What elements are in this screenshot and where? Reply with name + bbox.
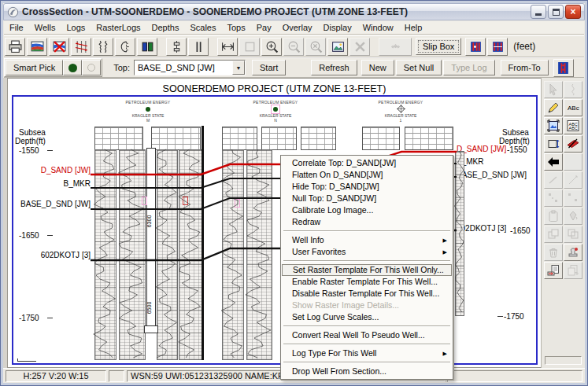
raster-log-strip[interactable] bbox=[222, 149, 244, 360]
menu-separator bbox=[283, 260, 450, 262]
context-menu-item-null-top-d-sand-jw[interactable]: Null Top: D_SAND[JW] bbox=[282, 193, 452, 204]
raster-log-strip[interactable] bbox=[246, 149, 272, 360]
black-arrow-tool-button[interactable] bbox=[544, 153, 563, 171]
log-header-card[interactable] bbox=[94, 127, 143, 150]
raster-log-strip[interactable] bbox=[455, 151, 464, 316]
top-label-base-d-snd-left[interactable]: BASE_D_SND [JW] bbox=[12, 200, 91, 208]
log-header-card[interactable] bbox=[362, 127, 400, 150]
text-abc-tool-button[interactable]: ABc bbox=[564, 99, 582, 116]
menu-file[interactable]: File bbox=[4, 22, 29, 33]
context-menu-item-convert-real-well-to-pseudo-well[interactable]: Convert Real Well To Pseudo Well... bbox=[282, 329, 452, 341]
datum-arc-button[interactable] bbox=[115, 38, 135, 56]
zoom-in-button[interactable] bbox=[261, 38, 282, 56]
menu-help[interactable]: Help bbox=[399, 22, 428, 33]
raster-red-button[interactable] bbox=[465, 38, 486, 56]
wells-strip-icon bbox=[557, 61, 570, 75]
menu-display[interactable]: Display bbox=[318, 22, 357, 33]
pick-active-button[interactable] bbox=[63, 60, 82, 75]
export-tool-button[interactable] bbox=[544, 262, 563, 279]
context-menu-item-drop-well-from-section[interactable]: Drop Well From Section... bbox=[282, 366, 452, 377]
menu-tops[interactable]: Tops bbox=[221, 22, 250, 33]
tops-correlation-button[interactable] bbox=[71, 38, 91, 56]
annotation-box bbox=[235, 199, 240, 208]
cross-section-canvas[interactable]: SOONERDEMO PROJECT (UTM ZONE 13-FEET) Su… bbox=[7, 78, 542, 368]
menu-item-label: Drop Well From Section... bbox=[292, 366, 386, 376]
log-header-card[interactable] bbox=[301, 127, 336, 150]
context-menu-item-user-favorites[interactable]: User Favorites▶ bbox=[282, 246, 452, 258]
pencil-tool-button[interactable] bbox=[544, 99, 563, 116]
context-menu-item-flatten-on-d-sand-jw[interactable]: Flatten On D_SAND[JW] bbox=[282, 169, 452, 181]
black-arrow-icon bbox=[547, 156, 560, 168]
log-header-card[interactable] bbox=[222, 127, 257, 150]
log-header-card[interactable] bbox=[151, 127, 201, 150]
line-a-icon bbox=[547, 174, 560, 186]
fit-width-button[interactable] bbox=[217, 38, 238, 56]
smart-pick-button[interactable]: Smart Pick bbox=[6, 60, 63, 75]
depth-slider-icon bbox=[170, 40, 183, 53]
context-menu-item-redraw[interactable]: Redraw bbox=[282, 216, 452, 228]
context-menu-item-calibrate-log-image[interactable]: Calibrate Log Image... bbox=[282, 204, 452, 216]
context-menu-item-set-raster-template-for-this-well-only[interactable]: Set Raster Template For This Well Only..… bbox=[282, 264, 452, 276]
context-menu-item-well-info[interactable]: Well Info▶ bbox=[282, 234, 452, 246]
top-combobox[interactable]: BASE_D_SND [JW] ▼ bbox=[134, 60, 246, 75]
points-a-icon bbox=[547, 192, 560, 204]
raster-log-strip[interactable] bbox=[94, 149, 116, 360]
print-button[interactable] bbox=[5, 38, 25, 56]
vertical-lines-button[interactable] bbox=[188, 38, 209, 56]
section-remove-button[interactable] bbox=[49, 38, 69, 56]
raster-log-strip[interactable] bbox=[119, 149, 146, 360]
raster-log-strip[interactable] bbox=[179, 149, 202, 360]
set-null-button[interactable]: Set Null bbox=[396, 60, 442, 75]
menu-overlay[interactable]: Overlay bbox=[277, 22, 318, 33]
close-button[interactable]: × bbox=[565, 5, 581, 19]
red-flag-tool-button[interactable] bbox=[564, 135, 582, 153]
well-header-2[interactable]: PETROLEUM ENERGY KRAGLER STATE N bbox=[236, 100, 315, 123]
image-button[interactable] bbox=[327, 38, 348, 56]
menu-rasterlogs[interactable]: RasterLogs bbox=[91, 22, 146, 33]
tick-mark bbox=[47, 150, 53, 151]
menu-window[interactable]: Window bbox=[357, 22, 399, 33]
raster-log-strip[interactable] bbox=[157, 149, 178, 360]
columns-button[interactable] bbox=[137, 38, 157, 56]
menu-pay[interactable]: Pay bbox=[251, 22, 277, 33]
stamp-tool-button[interactable] bbox=[564, 244, 582, 261]
log-header-card[interactable] bbox=[261, 127, 297, 150]
start-button[interactable]: Start bbox=[252, 60, 286, 75]
menu-wells[interactable]: Wells bbox=[29, 22, 61, 33]
context-menu-item-disable-raster-template-for-this-well[interactable]: Disable Raster Template For This Well... bbox=[282, 288, 452, 300]
log-curves-icon bbox=[97, 40, 110, 53]
context-menu-item-enable-raster-template-for-this-well[interactable]: Enable Raster Template For This Well... bbox=[282, 276, 452, 288]
slip-box-button[interactable]: Slip Box bbox=[416, 38, 461, 55]
minimize-button[interactable] bbox=[531, 5, 546, 19]
maximize-button[interactable] bbox=[548, 5, 564, 19]
top-label-b-mkr-left[interactable]: B_MKR bbox=[12, 179, 91, 188]
well-header-1[interactable]: PETROLEUM ENERGY KRAGLER STATE M bbox=[109, 100, 187, 123]
text-block-tool-button[interactable]: ABCABC bbox=[564, 117, 582, 134]
context-menu-item-set-log-curve-scales[interactable]: Set Log Curve Scales... bbox=[282, 311, 452, 323]
smart-pick-group: Smart Pick bbox=[4, 58, 102, 77]
depth-slider-button[interactable] bbox=[166, 38, 187, 56]
menu-logs[interactable]: Logs bbox=[61, 22, 91, 33]
top-label-602dkotj-left[interactable]: 602DKOTJ [3] bbox=[12, 251, 91, 259]
image-tool-tool-button[interactable] bbox=[544, 117, 563, 134]
refresh-button[interactable]: Refresh bbox=[311, 60, 357, 75]
from-to-button[interactable]: From-To bbox=[501, 60, 549, 75]
menu-scales[interactable]: Scales bbox=[184, 22, 221, 33]
raster-blue-button[interactable] bbox=[487, 38, 508, 56]
chevron-down-icon[interactable]: ▼ bbox=[232, 61, 245, 75]
top-label-d-sand-left[interactable]: D_SAND [JW] bbox=[12, 166, 91, 175]
well-header-3[interactable]: PETROLEUM ENERGY KRAGLER STATE 1 bbox=[361, 100, 440, 123]
wells-strip-button[interactable] bbox=[553, 59, 574, 77]
section-color-button[interactable] bbox=[27, 38, 47, 56]
context-menu-item-log-type-for-this-well[interactable]: Log Type For This Well▶ bbox=[282, 347, 452, 359]
context-menu-item-hide-top-d-sand-jw[interactable]: Hide Top: D_SAND[JW] bbox=[282, 181, 452, 193]
log-curves-button[interactable] bbox=[93, 38, 113, 56]
rect-select-tool-button[interactable] bbox=[544, 135, 563, 153]
log-header-card[interactable] bbox=[405, 127, 453, 150]
menu-depths[interactable]: Depths bbox=[146, 22, 185, 33]
top-label-base-d-snd-right[interactable]: BASE_D_SND [JW] bbox=[457, 171, 527, 179]
context-menu-item-correlate-top-d-sand-jw[interactable]: Correlate Top: D_SAND[JW] bbox=[282, 157, 452, 169]
new-button[interactable]: New bbox=[361, 60, 394, 75]
menu-item-label: Calibrate Log Image... bbox=[292, 205, 373, 215]
pick-inactive-button[interactable] bbox=[82, 60, 101, 75]
